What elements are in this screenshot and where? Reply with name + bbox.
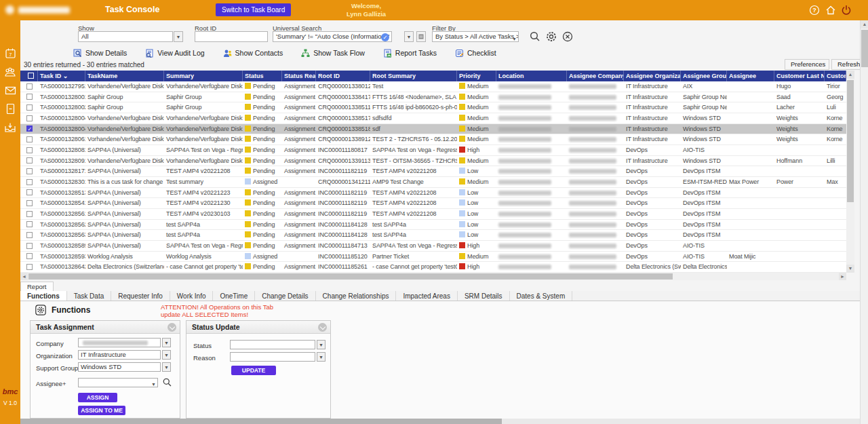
table-row[interactable]: TAS000013280044Vorhandene/Verfügbare Dis… [20, 113, 846, 124]
table-row[interactable]: TAS000013285412SAPP4A (Universal)TEST AM… [20, 198, 846, 209]
row-checkbox[interactable] [20, 145, 38, 155]
switch-to-task-board-button[interactable]: Switch to Task Board [216, 3, 291, 16]
table-row[interactable]: TAS000013285135SAPP4A (Universal)TEST AM… [20, 188, 846, 199]
tab-work-info[interactable]: Work Info [170, 291, 214, 301]
table-row[interactable]: TAS000013280048Vorhandene/Verfügbare Dis… [20, 124, 846, 135]
scroll-right-icon[interactable]: ► [839, 273, 846, 280]
search-icon[interactable] [529, 31, 541, 43]
universal-search-dropdown-icon[interactable]: ▼ [404, 31, 414, 42]
column-header-assignee_org[interactable]: Assignee Organizati... [624, 71, 681, 81]
table-row[interactable]: TAS000013285932Worklog AnalysisWorklog A… [20, 252, 846, 263]
reason-field[interactable] [230, 352, 315, 362]
column-header-location[interactable]: Location [496, 71, 567, 81]
table-row[interactable]: TAS000013279513Vorhandene/Verfügbare Dis… [20, 81, 846, 92]
row-checkbox[interactable] [20, 102, 38, 113]
people-group-icon[interactable] [4, 66, 16, 78]
report-tasks-button[interactable]: Report Tasks [383, 47, 437, 58]
column-header-task_name[interactable]: TaskName [85, 71, 164, 81]
scrollbar-thumb[interactable] [28, 273, 673, 280]
tab-report[interactable]: Report [20, 282, 54, 291]
root-id-input[interactable] [195, 31, 268, 42]
tab-dates-system[interactable]: Dates & System [510, 291, 573, 301]
tab-onetime[interactable]: OneTime [213, 291, 255, 301]
row-checkbox[interactable] [20, 113, 38, 123]
assignee-field[interactable]: ▼ [78, 378, 158, 387]
table-row[interactable]: TAS000013285898SAPP4A (Universal)SAPP4A … [20, 241, 846, 252]
column-header-priority[interactable]: Priority [457, 71, 496, 81]
settings-gear-icon[interactable] [545, 31, 557, 43]
help-icon[interactable]: ? [808, 4, 821, 16]
tab-change-relationships[interactable]: Change Relationships [316, 291, 397, 301]
table-row[interactable]: TAS000013280810SAPP4A (Universal)SAPP4A … [20, 145, 846, 156]
status-dropdown-icon[interactable]: ▼ [317, 340, 326, 349]
tab-impacted-areas[interactable]: Impacted Areas [396, 291, 457, 301]
calendar-icon[interactable]: 7 [5, 47, 16, 59]
scrollbar-thumb[interactable] [847, 80, 854, 202]
table-horizontal-scrollbar[interactable]: ◄ ► [20, 273, 846, 280]
table-vertical-scrollbar[interactable]: ▲ ▼ [846, 71, 854, 273]
table-row[interactable]: TAS000013285638SAPP4A (Universal)test SA… [20, 230, 846, 241]
assign-to-me-button[interactable]: ASSIGN TO ME [78, 406, 125, 415]
show-contacts-button[interactable]: Show Contacts [223, 47, 283, 58]
scroll-up-icon[interactable]: ▲ [846, 71, 854, 79]
assignee-search-icon[interactable] [162, 377, 172, 387]
universal-search-input[interactable]: 'Summary' != "Auto Close (Information)" … [273, 31, 392, 42]
row-checkbox[interactable] [20, 134, 38, 144]
column-header-customer_last[interactable]: Customer Last Name [774, 71, 825, 81]
row-checkbox[interactable] [20, 177, 38, 187]
column-header-summary[interactable]: Summary [164, 71, 243, 81]
row-checkbox[interactable] [20, 262, 38, 272]
tab-srm-details[interactable]: SRM Details [458, 291, 510, 301]
support-group-dropdown-icon[interactable]: ▼ [162, 362, 171, 372]
column-header-assignee_group[interactable]: Assignee Group [681, 71, 727, 81]
column-header-root_summary[interactable]: Root Summary [370, 71, 457, 81]
apply-search-check-icon[interactable]: ✓ [381, 33, 389, 41]
note-icon[interactable] [5, 103, 16, 115]
update-button[interactable]: UPDATE [231, 366, 276, 375]
scrollbar-thumb[interactable] [861, 30, 868, 67]
row-checkbox[interactable] [20, 166, 38, 176]
scroll-down-icon[interactable]: ▼ [846, 265, 854, 273]
scroll-up-icon[interactable]: ▲ [861, 20, 868, 28]
table-row[interactable]: TAS000013283011This is a cus task for ch… [20, 177, 846, 188]
column-header-assignee_company[interactable]: Assignee Company [567, 71, 624, 81]
select-all-checkbox[interactable] [20, 71, 38, 81]
preferences-button[interactable]: Preferences ▾ [785, 59, 829, 70]
company-dropdown-icon[interactable]: ▼ [162, 338, 171, 347]
collapse-panel-icon[interactable] [318, 323, 327, 332]
clear-filter-icon[interactable] [561, 31, 574, 43]
page-horizontal-scrollbar[interactable] [20, 419, 860, 424]
inbox-icon[interactable] [4, 122, 16, 134]
row-checkbox[interactable] [20, 81, 38, 92]
table-row[interactable]: TAS000013286422Delta Electronics (Switze… [20, 262, 846, 273]
power-icon[interactable] [840, 4, 852, 16]
mail-icon[interactable] [5, 85, 16, 96]
table-row[interactable]: TAS000013280023Saphir GroupSaphir GroupP… [20, 102, 846, 113]
refresh-button[interactable]: Refresh [831, 59, 861, 70]
row-checkbox[interactable] [20, 241, 38, 251]
filter-by-select[interactable]: By Status > All Active Tasks > ▼ [432, 31, 519, 42]
company-field[interactable] [78, 338, 161, 347]
table-row[interactable]: TAS000013280910Vorhandene/Verfügbare Dis… [20, 156, 846, 167]
column-header-assignee[interactable]: Assignee [727, 71, 774, 81]
show-select-dropdown-icon[interactable]: ▼ [174, 31, 183, 42]
organization-field[interactable]: IT Infrastructure [78, 350, 161, 360]
view-audit-log-button[interactable]: View Audit Log [145, 47, 204, 58]
show-details-button[interactable]: Show Details [73, 47, 127, 58]
organization-dropdown-icon[interactable]: ▼ [162, 350, 171, 360]
row-checkbox[interactable] [20, 188, 38, 198]
collapse-panel-icon[interactable] [167, 323, 176, 332]
support-group-field[interactable]: Windows STD [78, 362, 161, 372]
row-checkbox[interactable] [20, 220, 38, 230]
status-field[interactable] [230, 340, 315, 349]
column-header-root_id[interactable]: Root ID [316, 71, 370, 81]
row-checkbox[interactable] [20, 209, 38, 219]
column-header-status_reason[interactable]: Status Reason [282, 71, 316, 81]
table-row[interactable]: TAS000013280612Vorhandene/Verfügbare Dis… [20, 134, 846, 145]
row-checkbox[interactable] [20, 124, 38, 134]
show-task-flow-button[interactable]: Show Task Flow [301, 47, 365, 58]
table-row[interactable]: TAS000013285612SAPP4A (Universal)TEST AM… [20, 209, 846, 220]
scroll-left-icon[interactable]: ◄ [20, 273, 28, 280]
column-header-customer_first[interactable]: Custom... [825, 71, 846, 81]
table-row[interactable]: TAS000013281712SAPP4A (Universal)TEST AM… [20, 166, 846, 177]
